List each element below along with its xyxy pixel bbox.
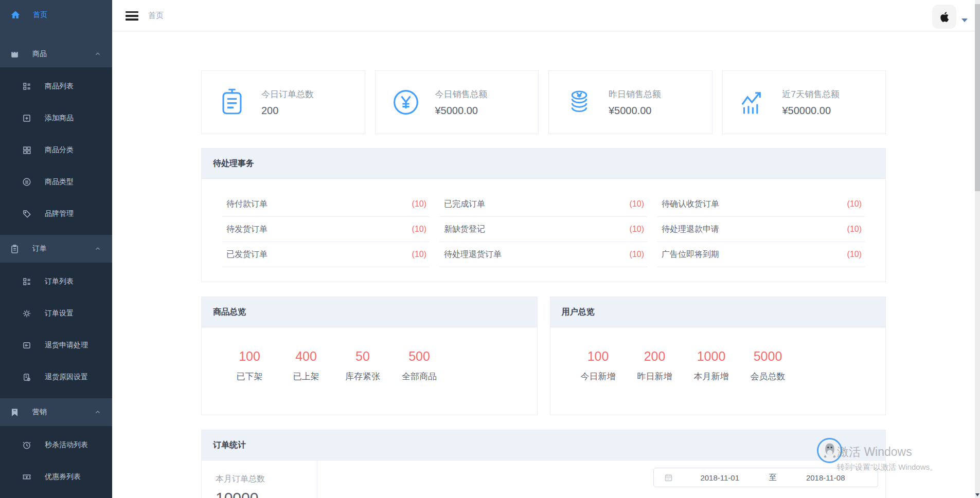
sidebar-item-label: 商品列表 xyxy=(45,82,74,91)
stat-card-value: 200 xyxy=(261,105,314,117)
stat-cards-row: 今日订单总数 200 今日销售总额 ¥5000.00 昨日销售总额 xyxy=(201,70,886,134)
stat-card-week-sales: 近7天销售总额 ¥50000.00 xyxy=(722,70,886,134)
clipboard-icon xyxy=(217,87,247,117)
breadcrumb: 首页 xyxy=(148,0,164,31)
stat-on-shelf[interactable]: 400 已上架 xyxy=(278,349,334,382)
sidebar-item-label: 秒杀活动列表 xyxy=(45,440,88,450)
alarm-clock-icon xyxy=(22,440,31,450)
todo-count: (10) xyxy=(630,225,644,234)
sidebar-item-label: 品牌管理 xyxy=(45,209,74,218)
date-start-value[interactable]: 2018-11-01 xyxy=(673,473,767,482)
sidebar-group-marketing[interactable]: 营销 xyxy=(0,398,112,426)
sidebar-item-order-setting[interactable]: 订单设置 xyxy=(0,298,112,329)
date-end-value[interactable]: 2018-11-08 xyxy=(779,473,873,482)
sidebar-item-label: 退货原因设置 xyxy=(45,373,88,382)
panel-title: 商品总览 xyxy=(213,307,246,318)
order-clipboard-icon xyxy=(10,244,20,254)
todo-count: (10) xyxy=(847,199,862,209)
stat-new-yesterday[interactable]: 200 昨日新增 xyxy=(627,349,683,382)
todo-item-refund-apply[interactable]: 待处理退款申请 (10) xyxy=(657,217,865,242)
scrollbar-thumb[interactable] xyxy=(975,4,980,191)
chevron-down-icon[interactable] xyxy=(961,19,968,22)
sidebar-item-return-apply[interactable]: 退货申请处理 xyxy=(0,329,112,361)
sidebar-item-coupon-list[interactable]: 优惠券列表 xyxy=(0,461,112,493)
order-stats-header: 订单统计 xyxy=(202,430,885,460)
sidebar-group-product[interactable]: 商品 xyxy=(0,40,112,68)
panel-title: 待处理事务 xyxy=(213,158,254,169)
sidebar-item-flash-sale[interactable]: 秒杀活动列表 xyxy=(0,429,112,461)
sidebar-item-home[interactable]: 首页 xyxy=(0,0,112,30)
sidebar-item-product-category[interactable]: 商品分类 xyxy=(0,134,112,166)
stat-off-shelf[interactable]: 100 已下架 xyxy=(221,349,278,382)
stat-new-month[interactable]: 1000 本月新增 xyxy=(683,349,740,382)
panel-title: 用户总览 xyxy=(562,307,595,318)
stat-card-value: ¥5000.00 xyxy=(435,105,488,117)
vertical-scrollbar[interactable] xyxy=(975,0,980,498)
return-reason-icon xyxy=(22,373,31,382)
todo-item-confirm-receipt[interactable]: 待确认收货订单 (10) xyxy=(657,192,865,217)
yen-circle-icon xyxy=(391,87,421,117)
product-overview-stats: 100 已下架 400 已上架 50 库存紧张 500 全部商品 xyxy=(202,327,537,382)
metric-label: 本月订单总数 xyxy=(216,474,317,485)
todo-count: (10) xyxy=(630,199,644,209)
todo-item-return-order[interactable]: 待处理退货订单 (10) xyxy=(440,242,647,267)
product-overview-panel: 商品总览 100 已下架 400 已上架 50 库存紧张 xyxy=(201,297,538,415)
sidebar-item-return-reason[interactable]: 退货原因设置 xyxy=(0,361,112,393)
hamburger-menu-icon[interactable] xyxy=(126,11,138,21)
sidebar-group-order[interactable]: 订单 xyxy=(0,235,112,263)
sidebar-item-product-list[interactable]: 商品列表 xyxy=(0,70,112,102)
sidebar-item-product-type[interactable]: 商品类型 xyxy=(0,166,112,198)
todo-item-ad-expiring[interactable]: 广告位即将到期 (10) xyxy=(657,242,865,267)
chevron-up-icon xyxy=(95,246,101,252)
qq-chat-float-button[interactable] xyxy=(817,438,842,463)
calendar-icon xyxy=(664,473,673,482)
date-range-separator: 至 xyxy=(767,473,779,483)
todo-item-completed[interactable]: 已完成订单 (10) xyxy=(440,192,647,217)
stat-low-stock[interactable]: 50 库存紧张 xyxy=(334,349,391,382)
user-overview-header: 用户总览 xyxy=(550,297,886,327)
sidebar-item-label: 优惠券列表 xyxy=(45,472,81,482)
sidebar-item-label: 添加商品 xyxy=(45,114,74,123)
stat-total-members[interactable]: 5000 会员总数 xyxy=(740,349,796,382)
todo-item-out-of-stock[interactable]: 新缺货登记 (10) xyxy=(440,217,647,242)
add-product-icon xyxy=(22,114,31,123)
shopping-bag-icon xyxy=(10,49,20,59)
gear-icon xyxy=(22,309,31,318)
apple-logo-icon xyxy=(938,10,951,24)
todo-item-pending-payment[interactable]: 待付款订单 (10) xyxy=(222,192,430,217)
home-icon xyxy=(10,10,21,20)
todo-panel-header: 待处理事务 xyxy=(202,149,885,179)
sidebar-submenu-marketing: 秒杀活动列表 优惠券列表 xyxy=(0,426,112,498)
bookmark-icon xyxy=(10,408,20,417)
stat-card-value: ¥5000.00 xyxy=(609,105,661,117)
user-overview-panel: 用户总览 100 今日新增 200 昨日新增 1000 本月新增 xyxy=(550,297,886,415)
stat-card-value: ¥50000.00 xyxy=(782,105,840,117)
sidebar-item-add-product[interactable]: 添加商品 xyxy=(0,102,112,134)
stat-card-label: 今日销售总额 xyxy=(435,88,488,100)
scrollbar-down-arrow-icon[interactable] xyxy=(975,493,979,496)
stat-new-today[interactable]: 100 今日新增 xyxy=(570,349,627,382)
stat-all-products[interactable]: 500 全部商品 xyxy=(391,349,448,382)
sidebar-item-order-list[interactable]: 订单列表 xyxy=(0,266,112,298)
user-overview-stats: 100 今日新增 200 昨日新增 1000 本月新增 5000 会员总数 xyxy=(550,327,886,382)
coins-stack-icon xyxy=(564,87,594,117)
category-grid-icon xyxy=(22,145,31,155)
sidebar-item-label: 订单列表 xyxy=(45,277,74,286)
avatar[interactable] xyxy=(932,5,956,29)
stat-card-label: 今日订单总数 xyxy=(261,88,314,100)
todo-count: (10) xyxy=(847,250,862,259)
todo-item-shipped[interactable]: 已发货订单 (10) xyxy=(222,242,430,267)
date-range-picker[interactable]: 2018-11-01 至 2018-11-08 xyxy=(653,468,878,487)
chevron-up-icon xyxy=(95,51,101,57)
coupon-icon xyxy=(22,472,31,482)
sidebar-item-label: 退货申请处理 xyxy=(45,341,88,350)
todo-count: (10) xyxy=(412,199,426,209)
sidebar: 首页 商品 商品列表 添加商品 商品分类 xyxy=(0,0,112,498)
stat-card-yesterday-sales: 昨日销售总额 ¥5000.00 xyxy=(548,70,712,134)
trend-chart-icon xyxy=(738,87,768,117)
sidebar-item-brand[interactable]: 品牌管理 xyxy=(0,198,112,230)
main-content: 今日订单总数 200 今日销售总额 ¥5000.00 昨日销售总额 xyxy=(112,32,975,498)
product-type-icon xyxy=(22,177,31,187)
todo-item-pending-ship[interactable]: 待发货订单 (10) xyxy=(222,217,430,242)
todo-count: (10) xyxy=(412,250,426,259)
